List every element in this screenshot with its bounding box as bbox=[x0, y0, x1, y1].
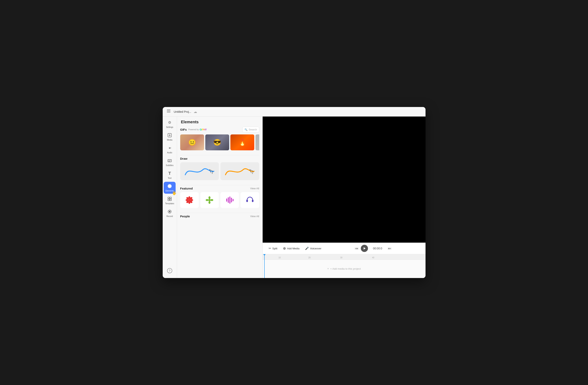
skip-forward-button[interactable]: ⏭ bbox=[387, 246, 392, 251]
media-icon bbox=[167, 133, 172, 138]
ruler-marker-20: 20 bbox=[308, 256, 311, 259]
sidebar-label-elements: Elements bbox=[166, 190, 174, 192]
elements-icon bbox=[167, 183, 172, 189]
sidebar-label-audio: Audio bbox=[167, 152, 172, 154]
svg-marker-41 bbox=[364, 247, 366, 250]
svg-rect-40 bbox=[252, 200, 253, 202]
sidebar-label-text: Text bbox=[168, 177, 171, 179]
sidebar-bottom: ? bbox=[164, 267, 176, 276]
project-title: Untitled Proj... bbox=[174, 110, 191, 113]
featured-item-flower-red[interactable] bbox=[180, 192, 199, 208]
gif-item-1[interactable]: 😐 bbox=[180, 135, 204, 150]
sidebar-item-text[interactable]: T Text bbox=[164, 169, 176, 181]
sidebar-item-templates[interactable]: Templates bbox=[164, 194, 176, 206]
playhead[interactable] bbox=[264, 254, 265, 278]
svg-rect-36 bbox=[229, 196, 230, 204]
giphy-logo: GIPHY bbox=[200, 128, 207, 131]
timeline-ruler: 10 20 30 40 bbox=[263, 254, 425, 260]
bottom-area: ✂ Split ⊕ Add Media 🎤 Voiceover ⏮ bbox=[263, 243, 425, 278]
add-media-icon: + bbox=[327, 267, 329, 270]
add-media-button[interactable]: ⊕ Add Media bbox=[280, 245, 302, 252]
gifs-header: GIFs Powered by GIPHY 🔍 Search bbox=[180, 127, 259, 133]
sidebar-label-media: Media bbox=[167, 139, 172, 141]
app-container: Untitled Proj... ☁ ⚙ Settings Media bbox=[163, 107, 425, 278]
featured-grid bbox=[180, 192, 259, 208]
featured-header: Featured View All bbox=[180, 187, 259, 190]
draw-item-orange[interactable] bbox=[220, 162, 259, 180]
gifs-title-row: GIFs Powered by GIPHY bbox=[180, 128, 207, 131]
mic-icon: 🎤 bbox=[305, 247, 309, 250]
draw-grid bbox=[180, 162, 259, 180]
timeline[interactable]: 10 20 30 40 + + Add media to this projec… bbox=[263, 254, 425, 278]
settings-icon: ⚙ bbox=[167, 120, 172, 125]
templates-icon bbox=[167, 196, 172, 202]
featured-title: Featured bbox=[180, 187, 193, 190]
sidebar-item-elements[interactable]: Elements 🖐 bbox=[164, 182, 176, 194]
sidebar: ⚙ Settings Media bbox=[163, 116, 177, 278]
divider-2 bbox=[180, 185, 259, 185]
sidebar-item-help[interactable]: ? bbox=[164, 267, 176, 275]
gif-item-3[interactable]: 🔥 bbox=[230, 135, 254, 150]
featured-item-audio-wave[interactable] bbox=[220, 192, 239, 208]
elements-panel: Elements GIFs Powered by GIPHY 🔍 bbox=[177, 116, 263, 278]
main-area: ⚙ Settings Media bbox=[163, 116, 425, 278]
playhead-triangle bbox=[263, 254, 266, 256]
video-canvas bbox=[263, 116, 425, 243]
text-icon: T bbox=[167, 171, 172, 176]
draw-item-blue[interactable] bbox=[180, 162, 219, 180]
audio-icon bbox=[167, 145, 172, 151]
gif-search[interactable]: 🔍 Search bbox=[242, 127, 259, 133]
svg-rect-10 bbox=[168, 199, 169, 201]
svg-rect-35 bbox=[228, 197, 229, 203]
menu-icon[interactable] bbox=[166, 108, 171, 114]
cloud-icon[interactable]: ☁ bbox=[193, 110, 197, 114]
draw-section: Draw bbox=[177, 157, 262, 183]
voiceover-label: Voiceover bbox=[310, 247, 321, 250]
sidebar-item-record[interactable]: Record bbox=[164, 207, 176, 219]
sidebar-item-subtitles[interactable]: Subtitles bbox=[164, 156, 176, 168]
ruler-marker-40: 40 bbox=[372, 256, 374, 259]
sidebar-label-record: Record bbox=[167, 215, 173, 218]
people-title: People bbox=[180, 214, 190, 218]
gifs-section: GIFs Powered by GIPHY 🔍 Search bbox=[177, 127, 262, 154]
powered-by-text: Powered by bbox=[188, 129, 199, 131]
toolbar: ✂ Split ⊕ Add Media 🎤 Voiceover ⏮ bbox=[263, 243, 425, 254]
record-icon bbox=[167, 209, 172, 214]
gif-item-2[interactable]: 😎 bbox=[205, 135, 229, 150]
svg-rect-9 bbox=[170, 197, 171, 199]
svg-rect-8 bbox=[168, 197, 169, 199]
voiceover-button[interactable]: 🎤 Voiceover bbox=[302, 245, 324, 251]
split-label: Split bbox=[273, 247, 277, 250]
header: Untitled Proj... ☁ bbox=[163, 107, 425, 116]
skip-back-button[interactable]: ⏮ bbox=[354, 246, 359, 251]
panel-title: Elements bbox=[177, 116, 262, 127]
people-section: People View All bbox=[177, 214, 262, 222]
svg-point-29 bbox=[208, 199, 211, 201]
svg-rect-34 bbox=[226, 198, 227, 202]
playback-controls: ⏮ 00:00:0 ⏭ bbox=[354, 245, 392, 252]
people-view-all[interactable]: View All bbox=[250, 215, 259, 218]
ruler-marker-10: 10 bbox=[279, 256, 281, 259]
timeline-empty: + + Add media to this project bbox=[263, 260, 425, 278]
svg-point-7 bbox=[169, 185, 171, 187]
sidebar-label-templates: Templates bbox=[165, 202, 174, 205]
timecode: 00:00:0 bbox=[370, 247, 385, 250]
gifs-title: GIFs bbox=[180, 128, 187, 131]
featured-view-all[interactable]: View All bbox=[250, 187, 259, 190]
sidebar-item-settings[interactable]: ⚙ Settings bbox=[164, 118, 176, 130]
draw-header: Draw bbox=[180, 157, 259, 160]
add-media-label: Add Media bbox=[287, 247, 299, 250]
gif-face-1: 😐 bbox=[180, 135, 204, 150]
sidebar-label-settings: Settings bbox=[166, 126, 173, 129]
sidebar-item-audio[interactable]: Audio bbox=[164, 144, 176, 155]
gif-item-4[interactable] bbox=[255, 135, 259, 150]
svg-point-30 bbox=[209, 196, 210, 199]
featured-item-headphones[interactable] bbox=[241, 192, 259, 208]
sidebar-item-media[interactable]: Media bbox=[164, 131, 176, 143]
video-area: ✂ Split ⊕ Add Media 🎤 Voiceover ⏮ bbox=[263, 116, 425, 278]
featured-item-flower-green[interactable] bbox=[200, 192, 219, 208]
play-button[interactable] bbox=[361, 245, 368, 252]
featured-section: Featured View All bbox=[177, 187, 262, 211]
split-button[interactable]: ✂ Split bbox=[266, 245, 280, 251]
help-icon: ? bbox=[167, 268, 172, 273]
